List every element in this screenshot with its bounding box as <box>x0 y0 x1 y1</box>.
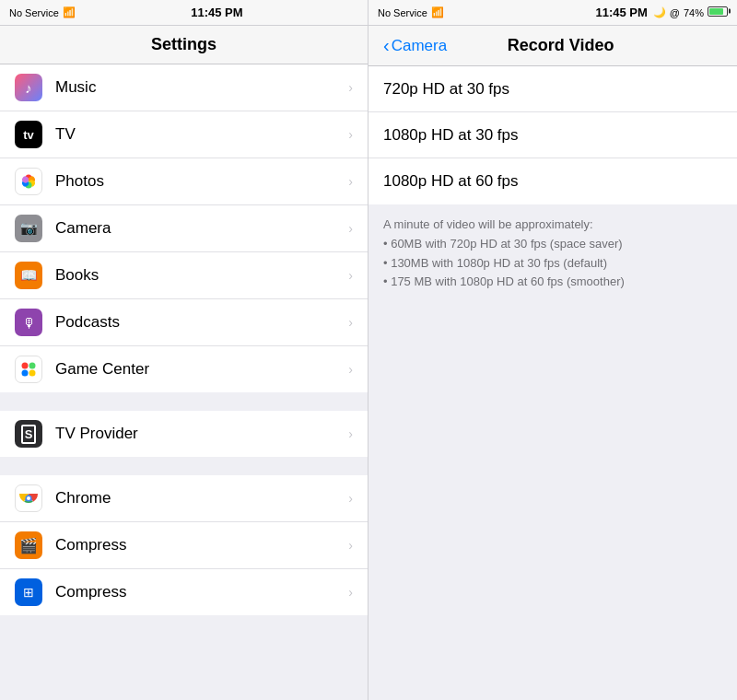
svg-point-13 <box>27 496 30 500</box>
podcasts-arrow: › <box>348 315 353 330</box>
podcasts-icon: 🎙 <box>15 309 42 336</box>
photos-label: Photos <box>55 172 104 191</box>
tvprovider-label: TV Provider <box>55 425 138 443</box>
svg-point-9 <box>29 370 36 377</box>
compress-blue-arrow: › <box>348 585 353 600</box>
left-wifi-icon: 📶 <box>63 6 76 18</box>
photos-icon <box>15 168 42 195</box>
right-wifi-icon: 📶 <box>431 6 444 18</box>
right-signal: No Service <box>378 7 427 18</box>
1080p60-label: 1080p HD at 60 fps <box>383 172 722 191</box>
tv-icon: tv <box>15 121 42 148</box>
720p30-label: 720p HD at 30 fps <box>383 80 722 99</box>
media-section: ♪ Music › tv TV › <box>0 64 368 392</box>
tvprovider-arrow: › <box>348 426 353 441</box>
chrome-label: Chrome <box>55 489 111 508</box>
compress-orange-icon: 🎬 <box>15 531 42 559</box>
settings-row-gamecenter[interactable]: Game Center › <box>0 346 368 392</box>
chrome-arrow: › <box>348 491 353 506</box>
music-icon: ♪ <box>15 74 42 101</box>
battery-icon <box>708 6 728 19</box>
left-signal: No Service <box>9 7 59 18</box>
svg-point-6 <box>22 363 29 369</box>
back-button[interactable]: ‹ Camera <box>383 35 447 56</box>
right-time: 11:45 PM <box>595 6 647 19</box>
gamecenter-arrow: › <box>348 362 353 377</box>
music-arrow: › <box>348 80 353 95</box>
tv-arrow: › <box>348 127 353 142</box>
compress-orange-arrow: › <box>348 538 353 553</box>
compress-orange-label: Compress <box>55 536 126 554</box>
settings-row-photos[interactable]: Photos › <box>0 158 368 205</box>
back-label: Camera <box>392 37 447 55</box>
podcasts-label: Podcasts <box>55 313 120 332</box>
provider-section: S TV Provider › <box>0 411 368 457</box>
camera-arrow: › <box>348 221 353 236</box>
settings-panel: Settings ♪ Music › tv TV › <box>0 26 368 700</box>
settings-row-tvprovider[interactable]: S TV Provider › <box>0 411 368 457</box>
battery-percent: 74% <box>684 7 704 18</box>
books-icon: 📖 <box>15 262 42 289</box>
books-label: Books <box>55 266 99 285</box>
gamecenter-label: Game Center <box>55 360 149 379</box>
music-label: Music <box>55 78 96 97</box>
settings-row-compress-blue[interactable]: ⊞ Compress › <box>0 569 368 615</box>
back-chevron-icon: ‹ <box>383 35 390 56</box>
record-video-title: Record Video <box>508 36 670 55</box>
settings-row-books[interactable]: 📖 Books › <box>0 252 368 299</box>
video-option-1080p30[interactable]: 1080p HD at 30 fps <box>368 112 737 158</box>
settings-row-podcasts[interactable]: 🎙 Podcasts › <box>0 299 368 346</box>
settings-row-compress-orange[interactable]: 🎬 Compress › <box>0 522 368 569</box>
compress-blue-icon: ⊞ <box>15 578 42 606</box>
chrome-icon <box>15 484 42 512</box>
settings-row-chrome[interactable]: Chrome › <box>0 475 368 522</box>
right-nav-header: ‹ Camera Record Video <box>368 26 737 66</box>
svg-point-7 <box>29 363 36 369</box>
video-options-group: 720p HD at 30 fps 1080p HD at 30 fps 108… <box>368 66 737 204</box>
settings-nav-header: Settings <box>0 26 368 64</box>
svg-point-8 <box>22 370 29 377</box>
compress-blue-label: Compress <box>55 583 126 601</box>
settings-row-music[interactable]: ♪ Music › <box>0 64 368 111</box>
at-symbol: @ <box>670 7 680 18</box>
video-option-1080p60[interactable]: 1080p HD at 60 fps <box>368 158 737 204</box>
settings-row-camera[interactable]: 📷 Camera › <box>0 205 368 252</box>
right-content: 720p HD at 30 fps 1080p HD at 30 fps 108… <box>368 66 737 700</box>
video-info-text: A minute of video will be approximately:… <box>383 216 722 292</box>
tvprovider-icon: S <box>15 420 42 448</box>
camera-icon: 📷 <box>15 215 42 242</box>
books-arrow: › <box>348 268 353 283</box>
tv-label: TV <box>55 125 76 144</box>
gamecenter-icon <box>15 356 42 383</box>
moon-icon: 🌙 <box>653 6 666 18</box>
camera-label: Camera <box>55 219 111 238</box>
settings-row-tv[interactable]: tv TV › <box>0 111 368 158</box>
1080p30-label: 1080p HD at 30 fps <box>383 126 722 145</box>
apps-section: Chrome › 🎬 Compress › ⊞ Compress › <box>0 475 368 615</box>
settings-list: ♪ Music › tv TV › <box>0 64 368 700</box>
settings-title: Settings <box>151 35 216 53</box>
photos-arrow: › <box>348 174 353 189</box>
video-option-720p30[interactable]: 720p HD at 30 fps <box>368 66 737 112</box>
record-video-panel: ‹ Camera Record Video 720p HD at 30 fps … <box>368 26 737 700</box>
left-time: 11:45 PM <box>191 6 242 19</box>
video-info-box: A minute of video will be approximately:… <box>368 204 737 303</box>
